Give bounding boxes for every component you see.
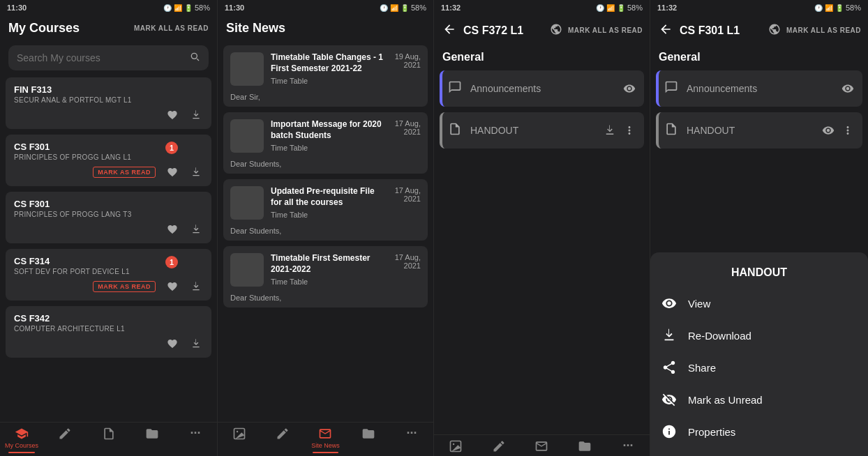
nav-more[interactable]: ··· <box>174 427 217 453</box>
course-item[interactable]: FIN F313 SECUR ANAL & PORTFOL MGT L1 <box>6 77 211 129</box>
chat-icon-4 <box>664 80 678 97</box>
search-icon <box>189 51 200 65</box>
more-icon-3[interactable] <box>623 124 636 137</box>
download-btn[interactable] <box>189 280 203 294</box>
download-icon-3[interactable] <box>604 124 616 137</box>
nav-img-3[interactable] <box>434 439 477 453</box>
news-source: Time Table <box>271 211 388 219</box>
course-name: SECUR ANAL & PORTFOL MGT L1 <box>14 96 203 104</box>
announcements-item[interactable]: Announcements <box>440 70 644 107</box>
nav-folder-3[interactable] <box>563 439 606 453</box>
news-item[interactable]: Timetable First Semester 2021-2022 Time … <box>223 246 428 307</box>
bottom-nav-2: Site News ··· <box>218 422 433 456</box>
favorite-btn[interactable] <box>165 165 179 179</box>
nav-edit[interactable] <box>43 427 87 453</box>
course-actions <box>14 337 203 351</box>
download-btn[interactable] <box>189 108 203 122</box>
back-button-4[interactable] <box>657 21 674 40</box>
back-button-3[interactable] <box>441 21 458 40</box>
nav-news-3[interactable] <box>521 439 564 453</box>
eye-icon-4b[interactable] <box>822 124 835 137</box>
announcements-label-4: Announcements <box>687 83 833 94</box>
news-item[interactable]: Updated Pre-requisite File for all the c… <box>223 179 428 241</box>
favorite-btn[interactable] <box>165 337 179 351</box>
favorite-btn[interactable] <box>165 222 179 236</box>
news-source: Time Table <box>271 77 388 85</box>
course-item[interactable]: CS F342 COMPUTER ARCHITECTURE L1 <box>6 306 211 358</box>
context-menu-properties[interactable]: Properties <box>650 416 868 448</box>
news-date: 17 Aug,2021 <box>395 119 421 136</box>
handout-item[interactable]: HANDOUT <box>440 112 644 149</box>
news-preview: Dear Sir, <box>223 93 428 107</box>
section-label-4: General <box>650 45 868 66</box>
course-item[interactable]: 1 CS F314 SOFT DEV FOR PORT DEVICE L1 MA… <box>6 249 211 301</box>
alarm-icon: 🕐 <box>163 4 172 12</box>
alarm-icon-3: 🕐 <box>596 4 604 12</box>
news-title: Timetable Table Changes - 1 First Semest… <box>271 52 388 74</box>
course-code: FIN F313 <box>14 84 203 95</box>
more-icon-4[interactable] <box>841 124 854 137</box>
nav-indicator-2 <box>313 452 338 453</box>
handout-icon-4 <box>664 122 678 139</box>
mark-as-read-btn[interactable]: MARK AS READ <box>93 167 156 178</box>
eye-icon-4[interactable] <box>841 82 854 95</box>
status-time-2: 11:30 <box>225 3 244 12</box>
nav-folder[interactable] <box>130 427 174 453</box>
course-title-3: CS F372 L1 <box>463 24 544 37</box>
course-actions: MARK AS READ <box>14 280 203 294</box>
search-input[interactable] <box>17 52 189 63</box>
context-menu-redownload[interactable]: Re-Download <box>650 319 868 351</box>
nav-more-2[interactable]: ··· <box>390 427 433 453</box>
news-item[interactable]: Timetable Table Changes - 1 First Semest… <box>223 45 428 107</box>
nav-edit-3[interactable] <box>477 439 521 453</box>
news-item[interactable]: Important Message for 2020 batch Student… <box>223 112 428 174</box>
globe-button-3[interactable] <box>550 23 562 38</box>
course-item[interactable]: CS F301 PRINCIPLES OF PROGG LANG T3 <box>6 192 211 243</box>
nav-image-2[interactable] <box>218 427 261 453</box>
panel-cs-f372: 11:32 🕐 📶 🔋 58% CS F372 L1 MARK ALL AS R… <box>434 0 650 456</box>
view-icon <box>661 296 677 311</box>
svg-point-3 <box>453 443 455 446</box>
download-btn[interactable] <box>189 222 203 236</box>
news-meta: Timetable Table Changes - 1 First Semest… <box>271 52 388 85</box>
battery-pct-2: 58% <box>411 3 426 12</box>
nav-folder-2[interactable] <box>347 427 390 453</box>
news-thumbnail <box>230 119 264 153</box>
nav-my-courses[interactable]: My Courses <box>0 427 43 453</box>
nav-site-news[interactable]: Site News <box>304 427 347 453</box>
nav-file[interactable] <box>87 427 130 453</box>
download-btn[interactable] <box>189 337 203 351</box>
news-date: 17 Aug,2021 <box>395 253 421 270</box>
more-dots-2: ··· <box>407 427 417 439</box>
properties-label: Properties <box>688 426 735 438</box>
download-btn[interactable] <box>189 165 203 179</box>
mark-all-read-btn-3[interactable]: MARK ALL AS READ <box>568 26 643 34</box>
handout-label-4: HANDOUT <box>687 125 814 136</box>
mark-unread-label: Mark as Unread <box>688 394 763 406</box>
nav-more-3[interactable]: ··· <box>606 439 650 453</box>
course-item[interactable]: 1 CS F301 PRINCIPLES OF PROGG LANG L1 MA… <box>6 135 211 186</box>
course-panel-header-4: CS F301 L1 MARK ALL AS READ <box>650 15 868 45</box>
favorite-btn[interactable] <box>165 280 179 294</box>
mark-all-read-btn-4[interactable]: MARK ALL AS READ <box>786 26 861 34</box>
context-menu-view[interactable]: View <box>650 287 868 319</box>
globe-button-4[interactable] <box>768 23 781 38</box>
mark-all-read-btn[interactable]: MARK ALL AS READ <box>134 24 209 32</box>
favorite-btn[interactable] <box>165 108 179 122</box>
eye-icon[interactable] <box>623 82 636 95</box>
battery-pct-3: 58% <box>627 3 643 12</box>
my-courses-header: My Courses MARK ALL AS READ <box>0 15 217 41</box>
battery-icon-4: 🔋 <box>835 4 844 12</box>
handout-item-4[interactable]: HANDOUT <box>656 112 862 149</box>
status-icons-2: 🕐 📶 🔋 58% <box>380 3 426 12</box>
mark-as-read-btn[interactable]: MARK AS READ <box>93 281 156 292</box>
alarm-icon-4: 🕐 <box>814 4 823 12</box>
nav-edit-2[interactable] <box>261 427 304 453</box>
announcements-item-4[interactable]: Announcements <box>656 70 862 107</box>
info-icon <box>661 424 677 439</box>
status-icons-4: 🕐 📶 🔋 58% <box>814 3 861 12</box>
panel-my-courses: 11:30 🕐 📶 🔋 58% My Courses MARK ALL AS R… <box>0 0 218 456</box>
context-menu-share[interactable]: Share <box>650 351 868 383</box>
search-box <box>8 45 209 70</box>
context-menu-mark-unread[interactable]: Mark as Unread <box>650 383 868 416</box>
